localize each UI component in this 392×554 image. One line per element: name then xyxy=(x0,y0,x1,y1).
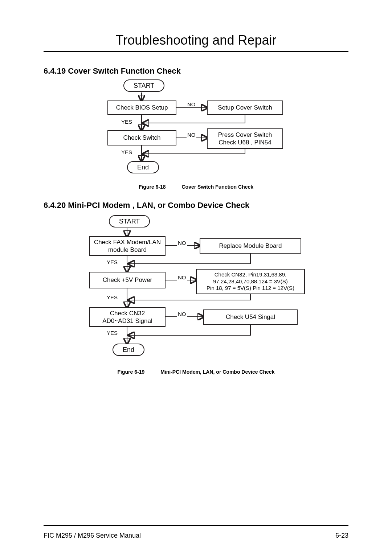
process-press-cover-switch-l1: Press Cover Switch xyxy=(218,131,272,138)
page-footer: FIC M295 / M296 Service Manual 6-23 xyxy=(44,532,348,539)
end-terminator: End xyxy=(127,161,159,173)
process-check-fax-modem-l2: module Board xyxy=(108,246,147,253)
process-check-switch: Check Switch xyxy=(107,130,176,145)
process-press-cover-switch: Press Cover Switch Check U68 , PIN54 xyxy=(207,128,283,149)
figure-6-19-caption: Figure 6-19 Mini-PCI Modem, LAN, or Comb… xyxy=(44,369,348,375)
edge-label-yes: YES xyxy=(106,294,118,300)
edge-label-no: NO xyxy=(177,240,187,246)
process-check-5v-power: Check +5V Power xyxy=(89,272,166,288)
process-check-fax-modem: Check FAX Modem/LAN module Board xyxy=(89,236,166,256)
page-title: Troubleshooting and Repair xyxy=(44,33,348,48)
process-check-cn32-pins-l2: 97,24,28,40,70,88,124 = 3V(S) xyxy=(213,278,288,284)
process-check-cn32-pins-l1: Check CN32, Pin19,31,63,89, xyxy=(215,271,286,278)
process-check-cn32-signal-l1: Check CN32 xyxy=(110,310,145,317)
start-terminator: START xyxy=(123,79,164,92)
process-press-cover-switch-l2: Check U68 , PIN54 xyxy=(219,139,271,146)
edge-label-yes: YES xyxy=(106,259,118,265)
footer-left: FIC M295 / M296 Service Manual xyxy=(44,532,141,539)
edge-label-no: NO xyxy=(187,132,196,138)
figure-title: Cover Switch Function Check xyxy=(182,184,254,190)
flowchart-cover-switch: START Check BIOS Setup Setup Cover Switc… xyxy=(98,79,294,181)
section-heading-6-4-20: 6.4.20 Mini-PCI Modem , LAN, or Combo De… xyxy=(44,201,348,210)
edge-label-no: NO xyxy=(187,101,196,107)
figure-number: Figure 6-18 xyxy=(139,184,166,190)
flowchart-mini-pci: START Check FAX Modem/LAN module Board R… xyxy=(83,214,309,366)
figure-6-18-container: START Check BIOS Setup Setup Cover Switc… xyxy=(44,79,348,181)
process-check-cn32-signal-l2: AD0~AD31 Signal xyxy=(102,317,152,324)
figure-number: Figure 6-19 xyxy=(118,369,145,375)
title-rule xyxy=(44,51,348,52)
footer-rule xyxy=(44,525,348,526)
figure-6-18-caption: Figure 6-18 Cover Switch Function Check xyxy=(44,184,348,190)
end-terminator: End xyxy=(113,344,144,356)
process-check-fax-modem-l1: Check FAX Modem/LAN xyxy=(94,239,161,246)
process-check-u54-signal: Check U54 Singal xyxy=(203,309,298,325)
figure-title: Mini-PCI Modem, LAN, or Combo Device Che… xyxy=(160,369,274,375)
edge-label-no: NO xyxy=(177,274,187,280)
edge-label-yes: YES xyxy=(106,330,118,336)
process-check-cn32-pins: Check CN32, Pin19,31,63,89, 97,24,28,40,… xyxy=(196,269,305,294)
edge-label-yes: YES xyxy=(121,149,133,155)
start-terminator: START xyxy=(109,215,150,227)
process-check-cn32-pins-l3: Pin 18, 97 = 5V(S) Pin 112 = 12V(S) xyxy=(207,285,294,291)
process-setup-cover-switch: Setup Cover Switch xyxy=(207,100,283,115)
process-check-bios: Check BIOS Setup xyxy=(107,100,176,115)
section-heading-6-4-19: 6.4.19 Cover Switch Function Check xyxy=(44,66,348,76)
footer-right: 6-23 xyxy=(335,532,348,539)
process-check-cn32-signal: Check CN32 AD0~AD31 Signal xyxy=(89,307,166,327)
edge-label-no: NO xyxy=(177,311,187,317)
process-replace-module-board: Replace Module Board xyxy=(200,238,301,254)
figure-6-19-container: START Check FAX Modem/LAN module Board R… xyxy=(44,214,348,366)
edge-label-yes: YES xyxy=(121,119,133,125)
